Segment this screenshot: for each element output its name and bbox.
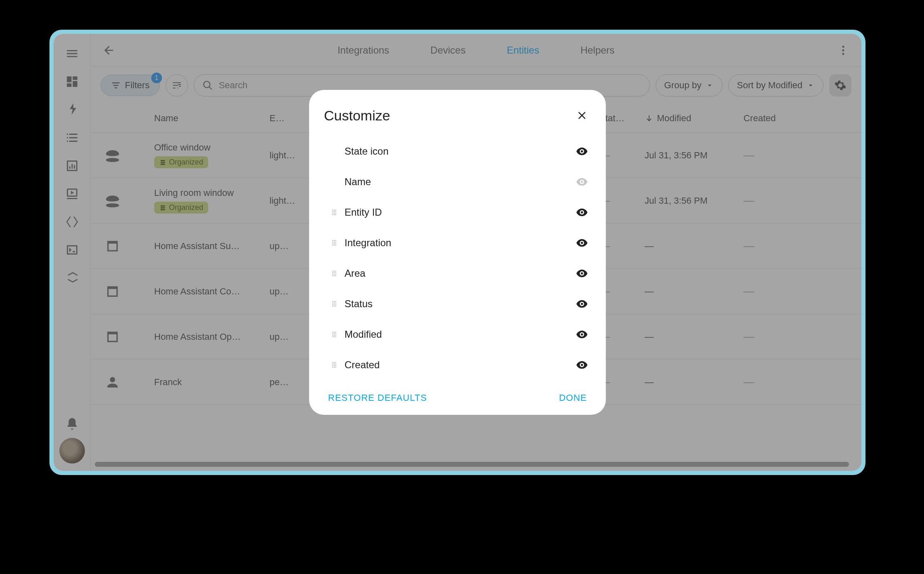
column-label: Status	[345, 298, 573, 310]
visibility-toggle[interactable]	[573, 264, 591, 282]
customize-dialog: Customize State icon Name Entity ID Inte…	[309, 90, 606, 415]
visibility-toggle[interactable]	[573, 234, 591, 252]
visibility-toggle[interactable]	[573, 325, 591, 343]
restore-defaults-button[interactable]: RESTORE DEFAULTS	[328, 393, 427, 403]
drag-handle-icon[interactable]	[324, 360, 345, 369]
column-label: Area	[345, 268, 573, 279]
drag-handle-icon[interactable]	[324, 238, 345, 247]
close-button[interactable]	[573, 106, 591, 125]
close-icon	[576, 109, 588, 122]
done-button[interactable]: DONE	[559, 393, 587, 403]
column-item: Entity ID	[324, 197, 591, 228]
dialog-title: Customize	[324, 108, 390, 124]
column-label: Created	[345, 359, 573, 371]
column-item: Area	[324, 258, 591, 289]
modal-backdrop[interactable]: Customize State icon Name Entity ID Inte…	[54, 34, 861, 471]
visibility-toggle[interactable]	[573, 173, 591, 191]
column-label: Name	[345, 176, 573, 188]
drag-handle-icon[interactable]	[324, 330, 345, 339]
column-item: State icon	[324, 136, 591, 167]
visibility-toggle[interactable]	[573, 142, 591, 160]
column-label: Entity ID	[345, 207, 573, 218]
dialog-items: State icon Name Entity ID Integration Ar…	[324, 136, 591, 380]
visibility-toggle[interactable]	[573, 356, 591, 374]
drag-handle-icon[interactable]	[324, 299, 345, 308]
visibility-toggle[interactable]	[573, 203, 591, 221]
column-item: Integration	[324, 228, 591, 258]
column-item: Modified	[324, 319, 591, 350]
column-label: Integration	[345, 237, 573, 249]
column-label: Modified	[345, 329, 573, 340]
drag-handle-icon[interactable]	[324, 269, 345, 278]
visibility-toggle[interactable]	[573, 295, 591, 313]
column-label: State icon	[345, 146, 573, 157]
column-item: Name	[324, 167, 591, 197]
drag-handle-icon[interactable]	[324, 208, 345, 217]
column-item: Status	[324, 289, 591, 319]
column-item: Created	[324, 350, 591, 380]
